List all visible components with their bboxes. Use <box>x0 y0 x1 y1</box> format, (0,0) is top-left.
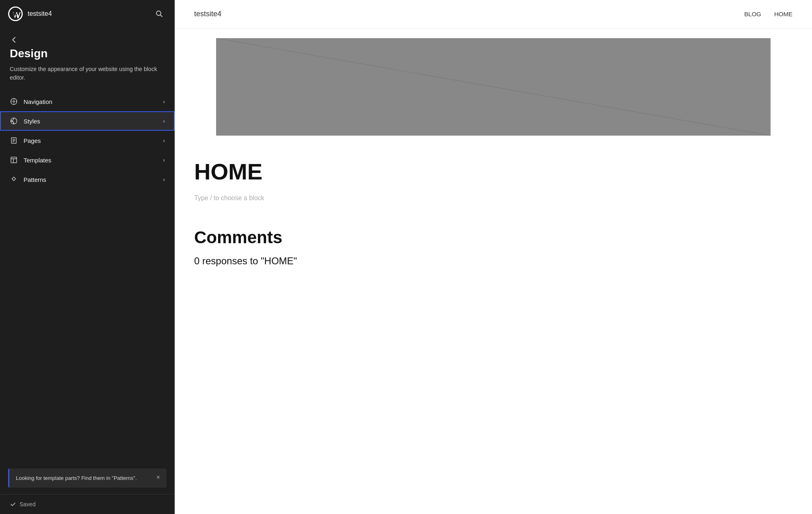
styles-icon <box>10 117 18 125</box>
patterns-chevron: › <box>163 176 165 183</box>
comments-heading: Comments <box>194 228 793 247</box>
wordpress-logo: W <box>8 6 23 21</box>
tip-box: Looking for template parts? Find them in… <box>8 469 167 488</box>
sidebar-nav: Navigation › Styles › <box>0 89 175 462</box>
design-title: Design <box>10 47 165 60</box>
patterns-label: Patterns <box>24 176 46 183</box>
nav-blog-link[interactable]: BLOG <box>744 11 761 17</box>
design-section: Design Customize the appearance of your … <box>0 28 175 89</box>
pages-icon <box>10 136 18 145</box>
styles-label: Styles <box>24 118 40 125</box>
sidebar-header-left: W testsite4 <box>8 6 52 21</box>
responses-text: 0 responses to "HOME" <box>194 255 793 267</box>
search-icon <box>156 10 163 17</box>
pages-chevron: › <box>163 137 165 144</box>
check-icon <box>10 501 16 508</box>
sidebar-item-templates[interactable]: Templates › <box>0 150 175 170</box>
sidebar-header: W testsite4 <box>0 0 175 28</box>
templates-icon <box>10 156 18 164</box>
templates-label: Templates <box>24 157 51 164</box>
navigation-label: Navigation <box>24 98 52 105</box>
styles-chevron: › <box>163 118 165 124</box>
patterns-icon <box>10 175 18 184</box>
tip-close-button[interactable]: × <box>156 474 160 481</box>
navigation-chevron: › <box>163 98 165 105</box>
site-name: testsite4 <box>194 10 221 18</box>
back-button[interactable] <box>10 36 18 44</box>
nav-home-link[interactable]: HOME <box>774 11 793 17</box>
design-description: Customize the appearance of your website… <box>10 65 165 82</box>
svg-point-10 <box>13 101 15 102</box>
svg-rect-16 <box>11 157 17 163</box>
page-heading: HOME <box>194 158 793 185</box>
sidebar: W testsite4 Design Customize the appeara… <box>0 0 175 514</box>
sidebar-item-patterns[interactable]: Patterns › <box>0 170 175 189</box>
sidebar-footer: Saved <box>0 494 175 514</box>
main-content: testsite4 BLOG HOME HOME Type / to choos… <box>175 0 812 514</box>
sidebar-item-pages[interactable]: Pages › <box>0 131 175 150</box>
tip-text: Looking for template parts? Find them in… <box>16 474 152 482</box>
content-area: HOME Type / to choose a block Comments 0… <box>175 145 812 280</box>
hero-image <box>216 38 771 136</box>
sidebar-item-styles[interactable]: Styles › <box>0 111 175 131</box>
saved-label: Saved <box>19 501 36 508</box>
svg-line-4 <box>160 15 162 17</box>
pages-label: Pages <box>24 137 41 144</box>
site-navigation: BLOG HOME <box>744 11 793 17</box>
sidebar-item-navigation[interactable]: Navigation › <box>0 92 175 111</box>
site-header: testsite4 BLOG HOME <box>175 0 812 28</box>
search-button[interactable] <box>152 6 167 21</box>
templates-chevron: › <box>163 157 165 163</box>
back-icon <box>10 36 18 44</box>
site-title-label: testsite4 <box>28 10 52 17</box>
navigation-icon <box>10 97 18 106</box>
svg-text:W: W <box>13 11 18 17</box>
block-placeholder[interactable]: Type / to choose a block <box>194 194 793 202</box>
